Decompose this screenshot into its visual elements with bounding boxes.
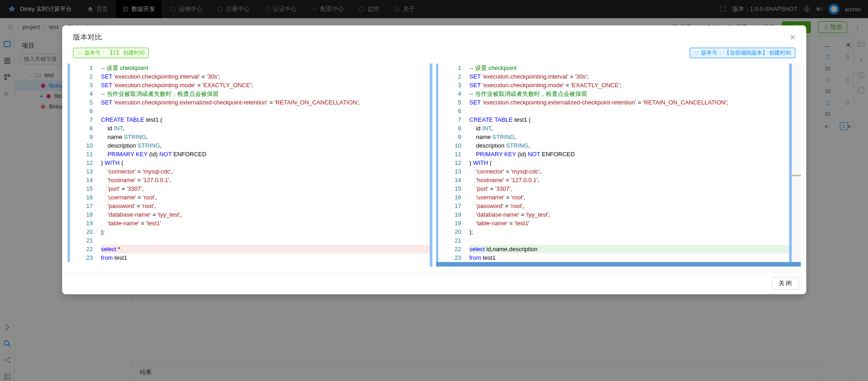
sync-icon — [694, 50, 699, 56]
modal-title: 版本对比 — [73, 33, 102, 42]
left-code[interactable]: -- 设置 checkpointSET 'execution.checkpoin… — [98, 64, 430, 267]
h-scrollbar[interactable] — [436, 262, 801, 267]
svg-point-39 — [78, 51, 82, 55]
minimap[interactable] — [792, 64, 801, 262]
left-gutter: 1234567891011121314151617181920212223 — [76, 64, 98, 267]
right-version-tag: 版本号： 【当前编辑版本】 创建时间 — [690, 48, 795, 58]
modal-overlay[interactable]: 版本对比 ✕ 版本号： 【2】 创建时间 版本号： 【当前编辑版本】 创建时间 … — [0, 0, 868, 381]
version-diff-modal: 版本对比 ✕ 版本号： 【2】 创建时间 版本号： 【当前编辑版本】 创建时间 … — [62, 25, 806, 294]
right-gutter: 1234567891011121314151617181920212223 — [444, 64, 467, 262]
diff-right-pane[interactable]: 1234567891011121314151617181920212223 --… — [436, 64, 801, 267]
right-code[interactable]: -- 设置 checkpointSET 'execution.checkpoin… — [467, 64, 789, 262]
tag-icon — [77, 50, 83, 56]
left-version-tag: 版本号： 【2】 创建时间 — [73, 48, 149, 58]
modal-close-icon[interactable]: ✕ — [790, 33, 795, 42]
diff-container: 1234567891011121314151617181920212223 --… — [62, 64, 806, 272]
diff-left-pane[interactable]: 1234567891011121314151617181920212223 --… — [68, 64, 432, 267]
close-button[interactable]: 关 闭 — [772, 277, 799, 290]
